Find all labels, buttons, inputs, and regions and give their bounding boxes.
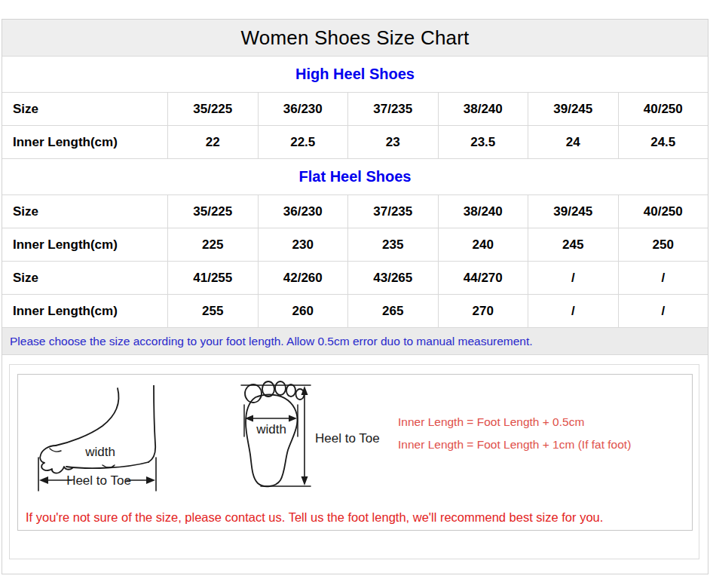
size-value: 43/265 [347,262,438,294]
measure-guide-area: width Heel to Toe [2,355,708,571]
size-value: 245 [528,228,618,261]
right-arrowhead-icon [146,476,155,484]
size-value: 35/225 [167,195,258,228]
flat-heel-heading-label: Flat Heel Shoes [299,168,412,185]
inner-length-formula: Inner Length = Foot Length + 0.5cm [398,415,584,429]
size-value: 38/240 [438,93,528,125]
size-value: 235 [347,228,438,261]
size-value: 40/250 [618,195,708,228]
size-value: 42/260 [258,262,348,294]
row-label: Inner Length(cm) [2,126,167,158]
row-label: Inner Length(cm) [2,295,167,327]
left-arrowhead-icon [39,476,48,484]
size-value: 39/245 [528,93,618,125]
size-value: 23.5 [438,126,528,158]
size-value: 23 [347,126,438,158]
row-label: Size [2,262,167,294]
measure-guide-outer-box: width Heel to Toe [9,364,699,559]
size-value: / [618,262,708,294]
table-row: Inner Length(cm)255260265270// [2,295,708,328]
table-row: Inner Length(cm)2222.52323.52424.5 [2,126,708,159]
size-value: 35/225 [167,93,258,125]
top-length-label: Heel to Toe [315,431,380,446]
high-heel-section-heading: High Heel Shoes [2,57,708,93]
row-label: Size [2,93,167,125]
size-value: 240 [438,228,528,261]
table-row: Size41/25542/26043/26544/270// [2,262,708,295]
size-value: 265 [347,295,438,327]
size-value: 36/230 [258,195,348,228]
size-value: 22 [167,126,258,158]
size-value: 44/270 [438,262,528,294]
size-value: 37/235 [347,195,438,228]
table-row: Size35/22536/23037/23538/24039/24540/250 [2,93,708,126]
measure-guide-inner-box: width Heel to Toe [17,374,693,531]
side-length-label: Heel to Toe [66,473,131,488]
size-value: 39/245 [528,195,618,228]
high-heel-heading-label: High Heel Shoes [295,66,415,83]
row-label: Inner Length(cm) [2,228,167,261]
size-value: / [528,295,618,327]
size-chart-panel: Women Shoes Size Chart High Heel Shoes S… [2,19,708,574]
size-value: / [528,262,618,294]
size-value: 230 [258,228,348,261]
row-label: Size [2,195,167,228]
size-value: 41/255 [167,262,258,294]
side-width-label: width [84,445,115,459]
size-value: 260 [258,295,348,327]
size-value: 24.5 [618,126,708,158]
size-value: 37/235 [347,93,438,125]
down-arrowhead-icon [301,476,308,485]
page-title: Women Shoes Size Chart [240,26,469,50]
table-row: Size35/22536/23037/23538/24039/24540/250 [2,195,708,228]
size-value: 38/240 [438,195,528,228]
size-value: 255 [167,295,258,327]
size-value: 36/230 [258,93,348,125]
size-note-bar: Please choose the size according to your… [2,328,708,355]
size-value: / [618,295,708,327]
size-note-text: Please choose the size according to your… [10,335,533,348]
contact-us-note: If you're not sure of the size, please c… [26,510,603,525]
chart-title-bar: Women Shoes Size Chart [2,20,708,57]
foot-top-view-diagram: width Heel to Toe [222,381,391,495]
size-value: 250 [618,228,708,261]
table-row: Inner Length(cm)225230235240245250 [2,228,708,262]
top-width-label: width [256,422,286,436]
size-value: 40/250 [618,93,708,125]
size-value: 225 [167,228,258,261]
size-value: 24 [528,126,618,158]
size-value: 270 [438,295,528,327]
size-value: 22.5 [258,126,348,158]
flat-heel-section-heading: Flat Heel Shoes [2,159,708,195]
inner-length-formula-fat-foot: Inner Length = Foot Length + 1cm (If fat… [398,438,631,452]
foot-side-view-diagram: width Heel to Toe [30,385,190,494]
right-arrowhead-icon [289,415,297,422]
